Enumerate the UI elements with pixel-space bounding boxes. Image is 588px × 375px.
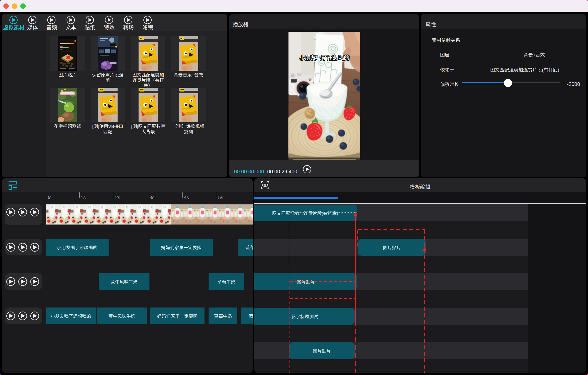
- svg-text:小朋友喝了还想喝的: 小朋友喝了还想喝的: [299, 53, 349, 61]
